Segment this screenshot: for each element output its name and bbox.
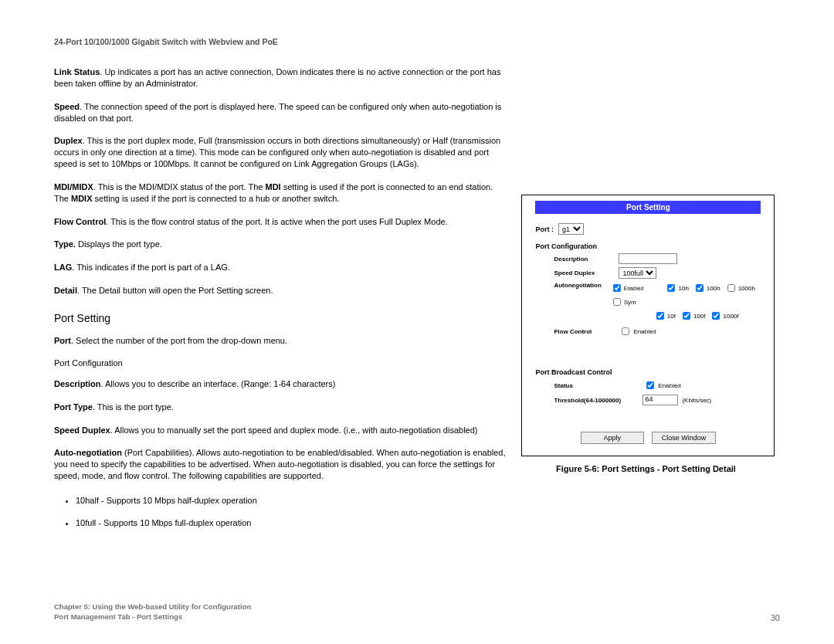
paragraph-port-type: Port Type. This is the port type.: [54, 402, 506, 413]
threshold-input[interactable]: 64: [642, 395, 678, 405]
autonegotiation-label: Autonegotiation: [554, 282, 605, 289]
panel-title: Port Setting: [535, 201, 761, 214]
paragraph-lag: LAG. This indicates if the port is part …: [54, 262, 506, 273]
label-mdi: MDI/MIDX: [54, 182, 93, 192]
threshold-row: Threshold(64-1000000) 64 (Kbits/sec): [524, 393, 771, 407]
paragraph-speed-duplex: Speed Duplex. Allows you to manually set…: [54, 425, 506, 436]
footer-chapter: Chapter 5: Using the Web-based Utility f…: [54, 602, 251, 611]
subheading-port-configuration: Port Configuration: [54, 358, 506, 368]
cap-label: 1000f: [723, 313, 738, 320]
label-speed-duplex: Speed Duplex: [54, 425, 110, 435]
label-description: Description: [54, 379, 101, 388]
label-detail: Detail: [54, 286, 77, 295]
label-port-type: Port Type: [54, 402, 93, 412]
text-duplex: . This is the port duplex mode, Full (tr…: [54, 136, 500, 168]
right-column: Port Setting Port : g1 Port Configuratio…: [521, 195, 780, 473]
flow-control-row: Flow Control Enabled: [524, 324, 771, 339]
cap-label: 100h: [707, 285, 720, 292]
cap-label: 1000h: [738, 285, 755, 292]
list-item: 10full - Supports 10 Mbps full-duplex op…: [76, 516, 506, 530]
label-auto-negotiation: Auto-negotiation: [54, 448, 122, 457]
flow-control-enabled-text: Enabled: [633, 328, 656, 335]
bold-mdi-1: MDI: [265, 182, 280, 192]
text-port-type: . This is the port type.: [93, 402, 174, 412]
document-title: 24-Port 10/100/1000 Gigabit Switch with …: [54, 37, 780, 46]
flow-control-checkbox[interactable]: [622, 327, 629, 335]
cap-10f-checkbox[interactable]: [656, 312, 664, 320]
label-lag: LAG: [54, 263, 72, 272]
cap-1000h-checkbox[interactable]: [727, 284, 735, 292]
list-item: 10half - Supports 10 Mbps half-duplex op…: [76, 493, 506, 508]
text-speed-duplex: . Allows you to manually set the port sp…: [110, 425, 478, 435]
autonegotiation-row: Autonegotiation Enabled 10h 100h 1000h S…: [524, 280, 771, 324]
speed-duplex-select[interactable]: 100full: [619, 267, 656, 279]
capabilities-list: 10half - Supports 10 Mbps half-duplex op…: [54, 493, 506, 530]
threshold-label: Threshold(64-1000000): [554, 397, 639, 404]
enabled-text: Enabled: [624, 286, 644, 291]
text-auto-negotiation: (Port Capabilities). Allows auto-negotia…: [54, 448, 506, 480]
paragraph-speed: Speed. The connection speed of the port …: [54, 101, 506, 124]
description-row: Description: [524, 252, 771, 266]
broadcast-control-label: Port Broadcast Control: [524, 362, 771, 378]
footer-section: Port Management Tab - Port Settings: [54, 612, 182, 621]
caps-row-1: Enabled 10h 100h 1000h Sym: [610, 282, 761, 308]
paragraph-link-status: Link Status. Up indicates a port has an …: [54, 66, 506, 90]
figure-caption: Figure 5-6: Port Settings - Port Setting…: [521, 464, 770, 473]
cap-100f-checkbox[interactable]: [683, 312, 690, 320]
text-description: . Allows you to describe an interface. (…: [101, 379, 336, 388]
label-flow-control: Flow Control: [54, 217, 106, 226]
label-type: Type.: [54, 239, 76, 249]
status-checkbox[interactable]: [646, 381, 654, 389]
status-label: Status: [554, 382, 639, 389]
text-type: Displays the port type.: [76, 239, 162, 249]
threshold-units: (Kbits/sec): [682, 397, 711, 404]
enabled-checkbox[interactable]: [613, 284, 621, 292]
port-configuration-label: Port Configuration: [524, 236, 771, 252]
speed-duplex-row: Speed Duplex 100full: [524, 266, 771, 280]
label-speed: Speed: [54, 102, 80, 111]
status-enabled-text: Enabled: [658, 382, 680, 389]
cap-label: 10f: [667, 313, 676, 320]
text-mdi-3: setting is used if the port is connected…: [93, 194, 340, 203]
label-duplex: Duplex: [54, 136, 83, 145]
port-select[interactable]: g1: [558, 223, 584, 235]
page-footer: Chapter 5: Using the Web-based Utility f…: [54, 602, 780, 622]
paragraph-type: Type. Displays the port type.: [54, 239, 506, 250]
text-flow-control: . This is the flow control status of the…: [106, 217, 447, 226]
caps-row-2: 10f 100f 1000f: [610, 310, 761, 322]
text-mdi-1: . This is the MDI/MDIX status of the por…: [93, 182, 266, 192]
cap-sym-checkbox[interactable]: [613, 298, 621, 306]
text-port: . Select the number of the port from the…: [71, 336, 287, 345]
port-row: Port : g1: [524, 222, 771, 236]
paragraph-flow-control: Flow Control. This is the flow control s…: [54, 216, 506, 228]
flow-control-label: Flow Control: [554, 328, 614, 335]
label-port: Port: [54, 336, 71, 345]
paragraph-auto-negotiation: Auto-negotiation (Port Capabilities). Al…: [54, 447, 506, 482]
port-label: Port :: [535, 225, 554, 233]
cap-label: 10h: [678, 285, 688, 292]
button-row: Apply Close Window: [524, 425, 771, 453]
speed-duplex-label: Speed Duplex: [554, 269, 614, 276]
text-detail: . The Detail button will open the Port S…: [77, 286, 273, 295]
text-lag: . This indicates if the port is part of …: [72, 263, 230, 272]
section-heading-port-setting: Port Setting: [54, 312, 506, 324]
description-label: Description: [554, 256, 614, 263]
cap-label: Sym: [624, 299, 636, 306]
port-setting-panel: Port Setting Port : g1 Port Configuratio…: [521, 195, 775, 456]
text-speed: . The connection speed of the port is di…: [54, 102, 501, 123]
close-window-button[interactable]: Close Window: [652, 432, 717, 444]
paragraph-port: Port. Select the number of the port from…: [54, 335, 506, 347]
bold-mdi-2: MDIX: [71, 194, 93, 203]
cap-1000f-checkbox[interactable]: [712, 312, 720, 320]
cap-10h-checkbox[interactable]: [667, 284, 675, 292]
description-input[interactable]: [619, 253, 677, 264]
paragraph-mdi: MDI/MIDX. This is the MDI/MDIX status of…: [54, 181, 506, 205]
cap-100h-checkbox[interactable]: [696, 284, 703, 292]
left-column: Link Status. Up indicates a port has an …: [54, 66, 506, 537]
label-link-status: Link Status: [54, 67, 100, 76]
paragraph-description: Description. Allows you to describe an i…: [54, 378, 506, 390]
apply-button[interactable]: Apply: [581, 432, 644, 444]
paragraph-detail: Detail. The Detail button will open the …: [54, 285, 506, 297]
page-number: 30: [771, 613, 780, 622]
paragraph-duplex: Duplex. This is the port duplex mode, Fu…: [54, 135, 506, 170]
